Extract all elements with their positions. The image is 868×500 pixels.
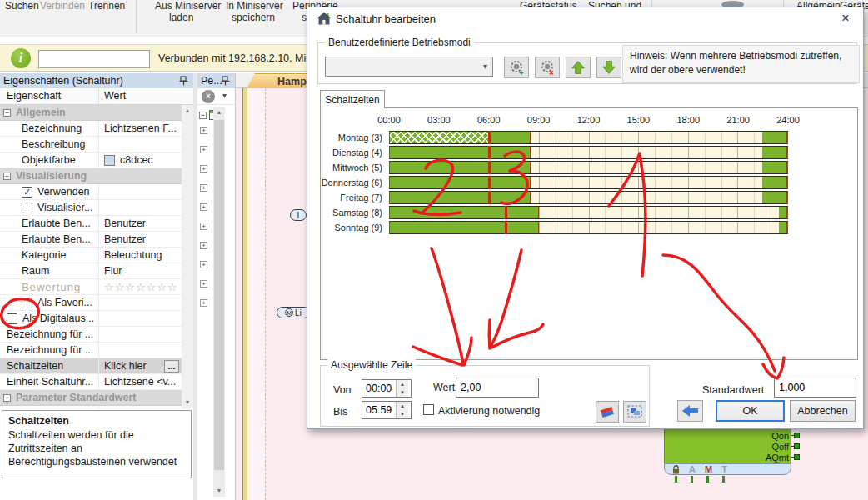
tree-node-collapsed[interactable]: + [200, 242, 207, 249]
tree-node-collapsed[interactable]: + [200, 184, 207, 192]
timeline-day-row[interactable]: Montag (3) [320, 130, 836, 145]
property-row[interactable]: Bezeichnung für ... [0, 342, 182, 358]
dialog-titlebar[interactable]: Schaltuhr bearbeiten × [307, 8, 863, 29]
scroll-down-icon[interactable]: ▼ [213, 485, 225, 497]
toolbar-aus-miniserver-laden-line2[interactable]: laden [169, 12, 193, 23]
spin-up-icon[interactable]: ▲ [397, 402, 408, 410]
toolbar-trennen[interactable]: Trennen [88, 0, 125, 12]
checkbox[interactable] [7, 313, 17, 324]
erase-button[interactable] [596, 401, 619, 422]
toolbar-in-miniserver-speichern-line2[interactable]: speichern [232, 12, 275, 23]
status-search-input[interactable] [38, 50, 150, 68]
bis-input[interactable] [362, 402, 396, 418]
cancel-button[interactable]: Abbrechen [790, 400, 856, 422]
schedule-segment-on[interactable] [779, 222, 787, 233]
timeline-day-row[interactable]: Donnerstag (6) [320, 175, 836, 190]
checkbox[interactable] [22, 298, 32, 308]
toolbar-in-miniserver-speichern[interactable]: In Miniserver [226, 0, 283, 12]
schedule-segment-on[interactable] [390, 147, 531, 158]
function-block[interactable]: QonQoffAQmt AMT [664, 427, 791, 475]
column-eigenschaft[interactable]: Eigenschaft [0, 88, 98, 104]
scroll-up-icon[interactable]: ▲ [182, 105, 193, 117]
move-up-button[interactable] [566, 57, 591, 78]
tab-schaltzeiten[interactable]: Schaltzeiten [320, 90, 385, 108]
input-connector-tag[interactable]: I [290, 209, 307, 221]
spinner-arrows[interactable]: ▲▼ [396, 380, 408, 397]
select-all-button[interactable] [623, 401, 646, 422]
property-row[interactable]: Als Digitalaus... [0, 311, 182, 327]
property-row[interactable]: Als Favori... [0, 295, 182, 311]
property-group-row[interactable]: −Allgemein [0, 105, 182, 121]
scrollbar-thumb[interactable] [214, 120, 224, 470]
property-row[interactable]: Einheit Schaltuhr...Lichtzsene <v... [0, 374, 182, 390]
property-row[interactable]: Bezeichnung für ... [0, 327, 182, 342]
schedule-segment-selected[interactable] [390, 132, 489, 143]
color-swatch[interactable] [104, 155, 115, 166]
property-row[interactable]: Objektfarbec8dcec [0, 152, 182, 168]
undo-button[interactable] [677, 400, 703, 422]
timeline-day-row[interactable]: Sonntag (9) [320, 220, 836, 235]
spinner-arrows[interactable]: ▲▼ [396, 402, 408, 418]
day-schedule-bar[interactable] [389, 221, 788, 234]
property-group-row[interactable]: −Visualisierung [0, 168, 182, 184]
move-down-button[interactable] [596, 57, 621, 78]
pin-icon[interactable] [221, 76, 230, 86]
properties-scrollbar[interactable]: ▲ ▼ [182, 105, 193, 408]
tree-node-collapsed[interactable]: + [200, 127, 207, 134]
spin-down-icon[interactable]: ▼ [397, 388, 408, 397]
clear-filter-icon[interactable]: × [202, 90, 215, 103]
scroll-down-icon[interactable]: ▼ [182, 397, 193, 408]
schedule-segment-on[interactable] [762, 192, 787, 203]
toolbar-suchen[interactable]: Suchen [5, 0, 39, 12]
checkbox[interactable]: ✓ [22, 187, 32, 198]
day-schedule-bar[interactable] [389, 191, 788, 204]
schedule-segment-on[interactable] [390, 192, 531, 203]
scroll-up-icon[interactable]: ▲ [213, 107, 225, 118]
schedule-segment-on[interactable] [762, 177, 787, 188]
day-schedule-bar[interactable] [389, 146, 788, 159]
property-row[interactable]: Paramet... [0, 406, 182, 408]
wert-input[interactable] [456, 378, 539, 398]
schedule-segment-on[interactable] [390, 207, 539, 218]
ellipsis-button[interactable]: ... [164, 360, 179, 372]
periphery-scrollbar[interactable]: ▲ ▼ [213, 107, 225, 497]
schedule-segment-on[interactable] [779, 207, 787, 218]
output-pin[interactable] [794, 454, 800, 460]
standardwert-input[interactable] [774, 378, 856, 398]
day-schedule-bar[interactable] [389, 206, 788, 219]
property-row[interactable]: Visualisier... [0, 200, 182, 216]
schedule-segment-on[interactable] [762, 162, 787, 173]
aktivierung-checkbox[interactable] [423, 404, 434, 415]
spin-up-icon[interactable]: ▲ [397, 380, 408, 388]
collapse-icon[interactable]: − [3, 109, 11, 117]
tree-node-collapsed[interactable]: + [200, 165, 207, 172]
schedule-segment-on[interactable] [390, 177, 531, 188]
tree-node-collapsed[interactable]: + [200, 203, 207, 211]
timeline-day-row[interactable]: Samstag (8) [320, 205, 836, 220]
ok-button[interactable]: OK [716, 400, 785, 422]
tree-node-collapsed[interactable]: + [200, 146, 207, 153]
schedule-segment-on[interactable] [762, 132, 787, 143]
schedule-segment-on[interactable] [489, 132, 531, 143]
property-row[interactable]: Erlaubte Ben...Benutzer [0, 232, 182, 248]
collapse-icon[interactable]: − [3, 394, 11, 402]
property-row[interactable]: RaumFlur [0, 263, 182, 279]
output-pin[interactable] [794, 432, 800, 438]
toolbar-aus-miniserver-laden[interactable]: Aus Miniserver [155, 0, 221, 12]
betriebsmodi-select[interactable]: ▾ [325, 57, 493, 77]
day-schedule-bar[interactable] [389, 176, 788, 189]
property-row[interactable]: SchaltzeitenKlick hier... [0, 358, 182, 374]
property-row[interactable]: Bewertung☆☆☆☆☆☆☆ [0, 279, 182, 295]
timeline-day-row[interactable]: Dienstag (4) [320, 145, 836, 160]
timeline-day-row[interactable]: Mittwoch (5) [320, 160, 836, 175]
von-input[interactable] [362, 380, 396, 397]
toolbar-verbinden[interactable]: Verbinden [40, 0, 85, 12]
von-spinner[interactable]: ▲▼ [362, 379, 412, 398]
property-row[interactable]: KategorieBeleuchtung [0, 248, 182, 263]
property-row[interactable]: ✓Verwenden [0, 184, 182, 200]
schedule-segment-on[interactable] [390, 222, 539, 233]
delete-betriebsmodus-button[interactable]: × [535, 57, 560, 78]
collapse-icon[interactable]: − [3, 172, 11, 180]
timeline-day-row[interactable]: Freitag (7) [320, 190, 836, 205]
tree-node-collapsed[interactable]: + [200, 299, 207, 307]
